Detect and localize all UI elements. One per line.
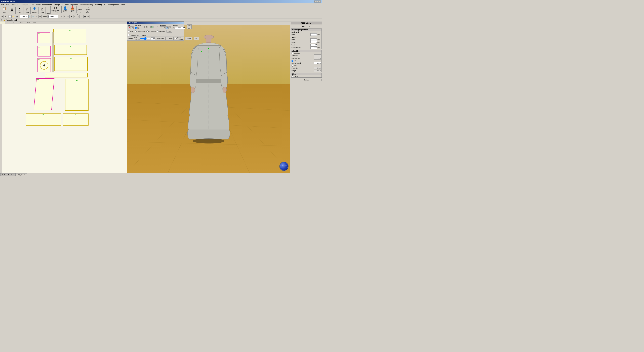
menu-pattern-symbols[interactable]: Pattern Symbols bbox=[64, 3, 79, 6]
tool3-button[interactable]: ◻ bbox=[66, 15, 70, 18]
import-export-body-button[interactable]: ↔ Import/Export Body bbox=[84, 6, 92, 13]
shoulder-checkbox[interactable] bbox=[292, 52, 294, 54]
display-button[interactable]: Display bbox=[167, 37, 174, 40]
navigation-globe[interactable] bbox=[279, 162, 288, 171]
cloth-mirror-button[interactable]: Cloth/Mirror bbox=[156, 37, 166, 40]
fix-section: Fix 📌 ✂ bbox=[128, 25, 134, 29]
upload-download-button[interactable]: ↕ Upload/Download B bbox=[76, 6, 84, 13]
tool6-button[interactable]: △ bbox=[77, 15, 80, 18]
pm-preform-close-icon[interactable]: ✕ bbox=[182, 22, 183, 24]
tab-3d-op-close[interactable]: ✕ bbox=[24, 174, 25, 176]
arranged-piece-checkbox[interactable] bbox=[128, 34, 130, 36]
chest-checkbox[interactable] bbox=[292, 75, 294, 77]
maximize-button[interactable]: □ bbox=[316, 1, 319, 3]
list-button[interactable]: List bbox=[187, 27, 192, 29]
cloth-thickness-input[interactable] bbox=[150, 37, 155, 40]
fix-baseline-checkbox[interactable] bbox=[146, 31, 148, 32]
pb-first[interactable]: ⏮ bbox=[142, 26, 144, 28]
pm-check2-button[interactable]: ✔ PMCheck bbox=[23, 7, 31, 14]
cloth-thickness-slider[interactable] bbox=[140, 38, 150, 40]
cross-section-checkbox[interactable] bbox=[135, 31, 136, 32]
menu-view[interactable]: View bbox=[10, 3, 16, 6]
menu-help[interactable]: Help bbox=[120, 3, 126, 6]
pb-play[interactable]: ▶ bbox=[150, 26, 153, 28]
pb-next[interactable]: ▶▶ bbox=[153, 26, 156, 28]
export-button[interactable]: Export bbox=[140, 34, 147, 36]
tool7-button[interactable]: ○ bbox=[80, 15, 83, 18]
zoom-all-button[interactable]: ⊞ bbox=[38, 15, 42, 18]
waist-rotate-input[interactable] bbox=[310, 41, 317, 43]
func-btn4[interactable]: ✂ bbox=[169, 27, 172, 29]
tool1-button[interactable]: ✏ bbox=[60, 15, 63, 18]
waist-move-input[interactable] bbox=[310, 38, 317, 41]
pm-check-button[interactable]: ✔ PMCheck bbox=[16, 7, 23, 14]
option-button[interactable]: Option bbox=[185, 37, 192, 40]
stitching-section: Stitching Auto-Stop bbox=[135, 25, 140, 29]
func-btn1[interactable]: ↔ bbox=[160, 27, 163, 29]
tab-3d-op[interactable]: 3D_OP ✕ bbox=[16, 173, 26, 176]
import-torso-button[interactable]: 📥 ImportTorso bbox=[69, 6, 76, 13]
coordinate-input[interactable] bbox=[48, 15, 58, 18]
tab-acs-jkt[interactable]: ACS-F-JKT-2 ✕ bbox=[0, 173, 16, 176]
waist-circumference-input[interactable] bbox=[310, 46, 317, 49]
menu-draw[interactable]: Draw bbox=[28, 3, 35, 6]
sleeve-length-input[interactable] bbox=[314, 62, 321, 64]
menu-check-finishing[interactable]: Check/Finishing bbox=[79, 3, 94, 6]
waist-width-input[interactable] bbox=[310, 44, 317, 46]
gr-preform-button[interactable]: 👤 GRPreform bbox=[31, 7, 38, 14]
tool4-button[interactable]: ⊕ bbox=[70, 15, 73, 18]
back-neck-move-input[interactable] bbox=[310, 33, 317, 36]
undo-button[interactable]: ↩ bbox=[1, 15, 4, 18]
auto-stop-checkbox[interactable] bbox=[135, 27, 136, 29]
startup-torso-button[interactable]: 👤 StartupTorso bbox=[62, 6, 69, 13]
gr-check-button[interactable]: ✔ GRCheck bbox=[38, 7, 46, 14]
save-button[interactable]: 💾 bbox=[15, 15, 18, 18]
head-checkbox[interactable] bbox=[292, 65, 294, 67]
open-button[interactable]: 📂 bbox=[12, 15, 15, 18]
pattern-canvas[interactable]: 3D 3D 3D 3D 3D ⊕ bbox=[2, 24, 127, 173]
zoom-fit-button[interactable]: ⊡ bbox=[35, 15, 38, 18]
menu-move-development[interactable]: Move/Development bbox=[35, 3, 53, 6]
tool2-button[interactable]: ↖ bbox=[63, 15, 66, 18]
pb-stop[interactable]: ■ bbox=[148, 26, 150, 28]
reg-btn-right[interactable]: Reg bbox=[301, 25, 306, 28]
reg-button[interactable]: Reg bbox=[187, 25, 192, 27]
fix-display-checkbox[interactable] bbox=[157, 31, 159, 32]
setting-button[interactable]: Setting bbox=[291, 79, 322, 81]
func-btn3[interactable]: ⊕ bbox=[166, 27, 168, 29]
zoom-selector[interactable]: 19.2% 25% 50% 100% bbox=[20, 15, 28, 18]
list-btn-right[interactable]: List bbox=[306, 25, 311, 28]
pb-prev[interactable]: ◀ bbox=[145, 26, 148, 28]
menu-file[interactable]: File bbox=[0, 3, 5, 6]
zoom-out-button[interactable]: 🔍 bbox=[32, 15, 35, 18]
colorless-select[interactable]: Colorless Color Texture bbox=[174, 27, 186, 29]
new-button[interactable]: 📄 bbox=[8, 15, 12, 18]
menu-grading[interactable]: Grading bbox=[94, 3, 103, 6]
close-button[interactable]: ✕ bbox=[319, 1, 321, 3]
tool8-button[interactable]: ⬛ bbox=[83, 15, 86, 18]
arrange-button[interactable]: ⊞ Arrange bbox=[8, 7, 16, 14]
func-btn2[interactable]: ✏ bbox=[163, 27, 166, 29]
menu-edit[interactable]: Edit bbox=[5, 3, 10, 6]
menu-management[interactable]: Management bbox=[107, 3, 120, 6]
tool9-button[interactable]: ⚙ bbox=[87, 15, 90, 18]
menu-input-output[interactable]: Input/Output bbox=[16, 3, 28, 6]
zoom-in-button[interactable]: 🔍 bbox=[28, 15, 32, 18]
exit-button[interactable]: Exit bbox=[194, 37, 199, 40]
redo-button[interactable]: ↪ bbox=[4, 15, 7, 18]
menu-3d[interactable]: 3D bbox=[103, 3, 107, 6]
tab-acs-jkt-close[interactable]: ✕ bbox=[13, 174, 14, 176]
fix-btn2[interactable]: ✂ bbox=[131, 27, 134, 29]
check-pinch-checkbox[interactable] bbox=[175, 38, 176, 39]
menu-modify-cut[interactable]: Modify/Cut bbox=[53, 3, 64, 6]
arm-checkbox[interactable] bbox=[292, 60, 294, 62]
fix-btn1[interactable]: 📌 bbox=[128, 27, 131, 29]
3d-view[interactable]: Down Arms: A ▼ ⏮ ◀ ■ ▶ ▶▶ ⏭ bbox=[127, 22, 290, 173]
pb-last[interactable]: ⏭ bbox=[156, 26, 159, 28]
line-info-button[interactable]: 📋 LineInfo bbox=[1, 7, 8, 14]
minimize-button[interactable]: ─ bbox=[314, 1, 316, 3]
tool5-button[interactable]: ✂ bbox=[73, 15, 76, 18]
mirror-checkbox[interactable] bbox=[128, 31, 130, 32]
clear-button[interactable]: Clear bbox=[166, 30, 172, 33]
development-button[interactable]: ⬡ Developmentof Body bbox=[51, 6, 60, 13]
